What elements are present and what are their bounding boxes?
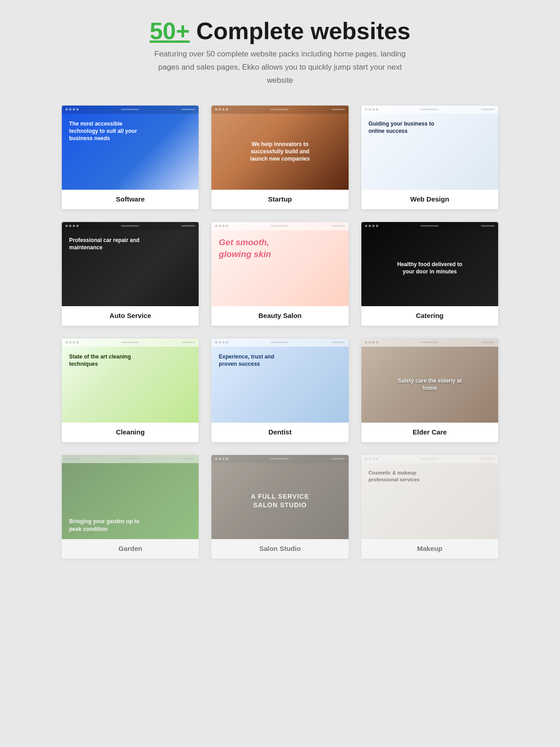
card-salon[interactable]: A FULL SERVICE SALON STUDIOSalon Studio [211, 455, 348, 559]
mock-text-garden: Bringing your garden up to peak conditio… [69, 518, 142, 532]
card-image-garden: Bringing your garden up to peak conditio… [62, 455, 199, 539]
header-description: Featuring over 50 complete website packs… [153, 48, 407, 87]
card-label-beauty: Beauty Salon [211, 306, 348, 326]
page-wrapper: 50+ Complete websites Featuring over 50 … [62, 18, 498, 559]
mock-text-auto: Professional car repair and maintenance [69, 237, 142, 251]
card-garden[interactable]: Bringing your garden up to peak conditio… [62, 455, 199, 559]
card-beauty[interactable]: Get smooth, glowing skinBeauty Salon [211, 222, 348, 326]
header: 50+ Complete websites Featuring over 50 … [62, 18, 498, 87]
card-image-dentist: Experience, trust and proven success [211, 338, 348, 423]
card-image-eldercare: Safety care the elderly at home [361, 338, 498, 423]
card-eldercare[interactable]: Safety care the elderly at homeElder Car… [361, 338, 498, 442]
mock-text-cleaning: State of the art cleaning techniques [69, 353, 142, 368]
mock-navbar [211, 338, 348, 347]
card-image-startup: We help innovators to successfully build… [211, 106, 348, 190]
main-heading: 50+ Complete websites [62, 18, 498, 44]
mock-navbar [62, 338, 199, 347]
card-webdesign[interactable]: Guiding your business to online successW… [361, 106, 498, 209]
card-label-makeup: Makeup [361, 539, 498, 559]
website-grid: The most accessible technology to suit a… [62, 106, 498, 559]
mock-navbar [211, 106, 348, 114]
mock-text-software: The most accessible technology to suit a… [69, 120, 142, 142]
card-label-garden: Garden [62, 539, 199, 559]
card-software[interactable]: The most accessible technology to suit a… [62, 106, 199, 209]
card-image-webdesign: Guiding your business to online success [361, 106, 498, 190]
card-label-software: Software [62, 190, 199, 209]
mock-text-catering: Healthy food delivered to your door in m… [393, 261, 466, 275]
card-image-auto: Professional car repair and maintenance [62, 222, 199, 306]
mock-text-makeup: Cosmetic & makeup professional services [369, 469, 441, 483]
card-startup[interactable]: We help innovators to successfully build… [211, 106, 348, 209]
mock-navbar [361, 222, 498, 230]
mock-navbar [361, 338, 498, 347]
card-label-dentist: Dentist [211, 423, 348, 442]
mock-text-dentist: Experience, trust and proven success [219, 353, 291, 368]
card-image-beauty: Get smooth, glowing skin [211, 222, 348, 306]
card-label-cleaning: Cleaning [62, 423, 199, 442]
card-image-catering: Healthy food delivered to your door in m… [361, 222, 498, 306]
accent-number: 50+ [150, 18, 190, 44]
card-auto[interactable]: Professional car repair and maintenanceA… [62, 222, 199, 326]
card-image-makeup: Cosmetic & makeup professional services [361, 455, 498, 539]
card-label-startup: Startup [211, 190, 348, 209]
card-label-auto: Auto Service [62, 306, 199, 326]
mock-navbar [62, 106, 199, 114]
heading-text: Complete websites [190, 18, 410, 44]
mock-text-startup: We help innovators to successfully build… [244, 141, 316, 163]
card-catering[interactable]: Healthy food delivered to your door in m… [361, 222, 498, 326]
mock-text-webdesign: Guiding your business to online success [369, 120, 441, 135]
card-label-catering: Catering [361, 306, 498, 326]
mock-text-eldercare: Safety care the elderly at home [393, 377, 466, 392]
mock-navbar [361, 106, 498, 114]
card-image-software: The most accessible technology to suit a… [62, 106, 199, 190]
card-dentist[interactable]: Experience, trust and proven successDent… [211, 338, 348, 442]
mock-navbar [62, 455, 199, 463]
card-label-eldercare: Elder Care [361, 423, 498, 442]
mock-navbar [211, 222, 348, 230]
mock-navbar [62, 222, 199, 230]
card-makeup[interactable]: Cosmetic & makeup professional servicesM… [361, 455, 498, 559]
mock-text-salon: A FULL SERVICE SALON STUDIO [244, 492, 316, 510]
card-label-salon: Salon Studio [211, 539, 348, 559]
card-image-cleaning: State of the art cleaning techniques [62, 338, 199, 423]
mock-navbar [211, 455, 348, 463]
card-cleaning[interactable]: State of the art cleaning techniquesClea… [62, 338, 199, 442]
card-image-salon: A FULL SERVICE SALON STUDIO [211, 455, 348, 539]
mock-navbar [361, 455, 498, 463]
card-label-webdesign: Web Design [361, 190, 498, 209]
mock-text-beauty: Get smooth, glowing skin [219, 237, 291, 260]
